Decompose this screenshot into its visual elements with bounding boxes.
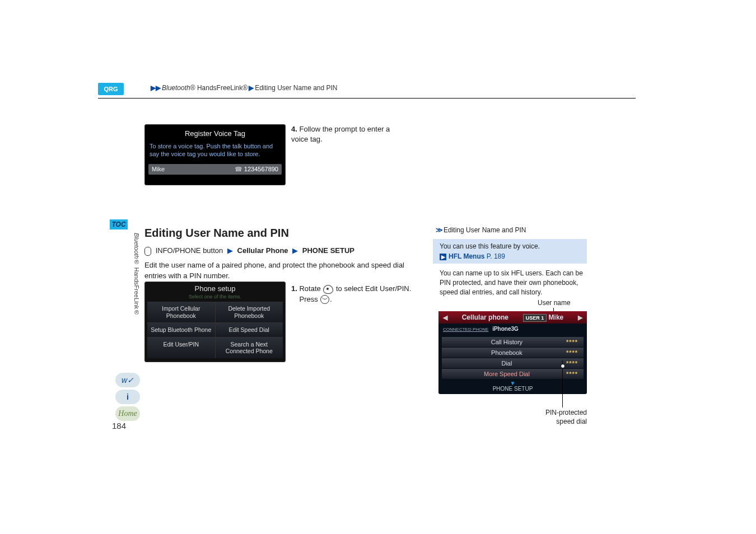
phone-setup-footer: ▼ PHONE SETUP — [438, 380, 587, 392]
callout-pin-protected: PIN-protected speed dial — [536, 409, 587, 426]
register-voice-tag-entry: Mike ☎ 1234567890 — [148, 164, 282, 175]
user-badge: USER 1 — [523, 314, 547, 322]
callout-dot-pin — [561, 364, 565, 368]
home-nav-icon[interactable]: Home — [115, 406, 140, 421]
breadcrumb: ▶▶Bluetooth® HandsFreeLink®▶Editing User… — [150, 84, 338, 92]
nav-path: INFO/PHONE button ▶ Cellular Phone ▶ PHO… — [144, 246, 354, 256]
cellular-phone-screenshot: ◀ Cellular phone USER 1 Mike ▶ CONNECTED… — [438, 311, 587, 394]
callout-user-name: User name — [538, 299, 571, 307]
page-number: 184 — [112, 421, 126, 430]
register-voice-tag-screenshot: Register Voice Tag To store a voice tag.… — [144, 124, 286, 185]
voice-nav-icon[interactable]: w✓ — [115, 373, 140, 387]
entry-number: 1234567890 — [244, 166, 278, 172]
prev-user-icon: ◀ — [443, 314, 447, 321]
row-phonebook: Phonebook**** — [442, 348, 584, 358]
phone-setup-title: Phone setup — [145, 282, 285, 294]
menu-search-next-connected-phone: Search a Next Connected Phone — [216, 338, 283, 358]
sidebar-paragraph: You can name up to six HFL users. Each c… — [440, 269, 588, 297]
rule-top — [98, 98, 636, 99]
step-4: 4. Follow the prompt to enter a voice ta… — [291, 124, 409, 144]
row-call-history: Call History**** — [442, 337, 584, 347]
menu-setup-bluetooth-phone: Setup Bluetooth Phone — [147, 323, 215, 337]
phone-setup-subtitle: Select one of the items. — [145, 294, 285, 302]
sidebar-heading: ≫Editing User Name and PIN — [436, 226, 592, 234]
section-heading: Editing User Name and PIN — [144, 227, 289, 240]
current-user-name: Mike — [549, 313, 564, 321]
link-icon: ▶ — [440, 254, 446, 260]
qrg-tab[interactable]: QRG — [98, 83, 124, 95]
connected-phone-row: CONNECTED PHONE iPhone3G — [438, 324, 587, 336]
cellular-phone-header: ◀ Cellular phone USER 1 Mike ▶ — [438, 311, 587, 324]
side-section-label: Bluetooth® HandsFreeLink® — [132, 233, 140, 316]
press-dial-icon — [320, 295, 329, 304]
register-voice-tag-title: Register Voice Tag — [145, 127, 285, 141]
menu-delete-imported-phonebook: Delete Imported Phonebook — [216, 302, 283, 322]
down-arrow-icon: ▼ — [438, 381, 587, 386]
register-voice-tag-instruction: To store a voice tag. Push the talk butt… — [145, 141, 285, 164]
info-nav-icon[interactable]: i — [115, 390, 140, 404]
menu-import-cellular-phonebook: Import Cellular Phonebook — [147, 302, 215, 322]
menu-edit-user-pin: Edit User/PIN — [147, 338, 215, 358]
voice-icon — [144, 247, 151, 256]
hfl-menus-link[interactable]: ▶HFL Menus P. 189 — [440, 252, 505, 260]
entry-name: Mike — [152, 166, 165, 173]
voice-feature-text: You can use this feature by voice. — [440, 242, 540, 250]
phone-setup-screenshot: Phone setup Select one of the items. Imp… — [144, 282, 286, 362]
toc-tab[interactable]: TOC — [110, 219, 128, 229]
menu-edit-speed-dial: Edit Speed Dial — [216, 323, 283, 337]
step-1: 1. Rotate to select Edit User/PIN. 1. Pr… — [291, 284, 420, 305]
next-user-icon: ▶ — [578, 314, 582, 321]
body-text: Edit the user name of a paired phone, an… — [144, 260, 413, 282]
rotate-dial-icon — [323, 285, 333, 294]
